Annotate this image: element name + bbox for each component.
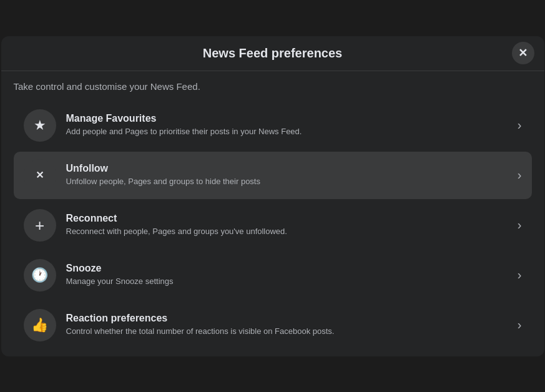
snooze-chevron: › — [518, 268, 522, 282]
reaction-icon-circle: 👍 — [24, 309, 56, 341]
close-button[interactable]: ✕ — [512, 42, 534, 64]
reconnect-icon-circle: + — [24, 209, 56, 242]
unfollow-desc: Unfollow people, Pages and groups to hid… — [66, 176, 510, 187]
menu-item-unfollow[interactable]: ✕ Unfollow Unfollow people, Pages and gr… — [14, 152, 532, 199]
unfollow-content: Unfollow Unfollow people, Pages and grou… — [66, 163, 510, 187]
snooze-desc: Manage your Snooze settings — [66, 276, 510, 287]
reconnect-desc: Reconnect with people, Pages and groups … — [66, 226, 510, 237]
snooze-icon: 🕐 — [31, 267, 48, 283]
snooze-content: Snooze Manage your Snooze settings — [66, 263, 510, 287]
menu-item-snooze[interactable]: 🕐 Snooze Manage your Snooze settings › — [14, 252, 532, 299]
unfollow-icon: ✕ — [36, 169, 44, 181]
reaction-chevron: › — [518, 318, 522, 332]
manage-favourites-desc: Add people and Pages to prioritise their… — [66, 126, 510, 137]
reaction-content: Reaction preferences Control whether the… — [66, 313, 510, 337]
reaction-icon: 👍 — [31, 317, 48, 333]
reconnect-content: Reconnect Reconnect with people, Pages a… — [66, 213, 510, 237]
snooze-title: Snooze — [66, 263, 510, 274]
close-icon: ✕ — [518, 46, 528, 60]
modal-title: News Feed preferences — [203, 46, 342, 61]
manage-favourites-chevron: › — [518, 118, 522, 132]
unfollow-icon-circle: ✕ — [24, 159, 56, 192]
manage-favourites-title: Manage Favourites — [66, 113, 510, 124]
subtitle: Take control and customise your News Fee… — [14, 81, 532, 92]
reconnect-title: Reconnect — [66, 213, 510, 224]
modal-body: Take control and customise your News Fee… — [1, 71, 544, 356]
unfollow-title: Unfollow — [66, 163, 510, 174]
reconnect-icon: + — [35, 217, 44, 233]
menu-item-reconnect[interactable]: + Reconnect Reconnect with people, Pages… — [14, 202, 532, 249]
unfollow-chevron: › — [518, 168, 522, 182]
menu-item-manage-favourites[interactable]: ★ Manage Favourites Add people and Pages… — [14, 102, 532, 149]
news-feed-preferences-modal: News Feed preferences ✕ Take control and… — [1, 36, 544, 356]
star-icon: ★ — [34, 117, 46, 134]
modal-header: News Feed preferences ✕ — [1, 36, 544, 71]
manage-favourites-content: Manage Favourites Add people and Pages t… — [66, 113, 510, 137]
menu-item-reaction-preferences[interactable]: 👍 Reaction preferences Control whether t… — [14, 301, 532, 349]
manage-favourites-icon-circle: ★ — [24, 109, 56, 142]
snooze-icon-circle: 🕐 — [24, 259, 56, 292]
reconnect-chevron: › — [518, 218, 522, 232]
reaction-desc: Control whether the total number of reac… — [66, 326, 510, 337]
reaction-title: Reaction preferences — [66, 313, 510, 324]
